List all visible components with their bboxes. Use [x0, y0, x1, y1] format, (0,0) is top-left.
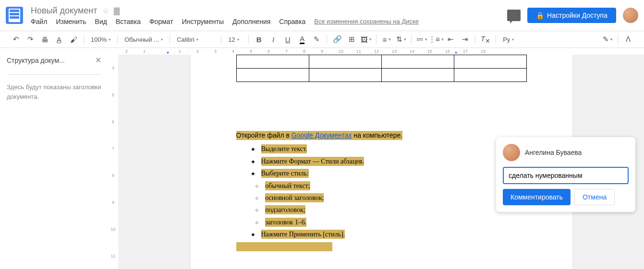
comment-popup: Ангелина Буваева Комментировать Отмена: [496, 137, 635, 212]
intro-text[interactable]: Откройте файл в Google Документах на ком…: [236, 131, 403, 140]
clear-format-button[interactable]: T✕: [479, 33, 492, 46]
outline-sidebar: Структура докум... ✕ Здесь будут показан…: [0, 48, 108, 269]
menu-edit[interactable]: Изменить: [56, 18, 86, 25]
lock-icon: 🔒: [536, 12, 544, 19]
save-status[interactable]: Все изменения сохранены на Диске: [314, 18, 419, 25]
comment-cancel-button[interactable]: Отмена: [574, 189, 615, 205]
document-title[interactable]: Новый документ: [31, 6, 97, 16]
bulleted-list-button[interactable]: ⋮≡: [430, 33, 442, 46]
undo-button[interactable]: ↶: [10, 33, 22, 46]
add-comment-button[interactable]: ⊞: [345, 33, 358, 46]
google-docs-link[interactable]: Google Документах: [292, 131, 352, 139]
paragraph-style-dropdown[interactable]: Обычный ...▾: [122, 36, 166, 43]
paint-format-button[interactable]: 🖌: [67, 33, 80, 46]
font-dropdown[interactable]: Calibri▾: [174, 36, 217, 43]
underline-button[interactable]: U: [281, 33, 294, 46]
menu-tools[interactable]: Инструменты: [182, 18, 224, 25]
menu-help[interactable]: Справка: [279, 18, 305, 25]
bold-button[interactable]: B: [253, 33, 265, 46]
star-icon[interactable]: ☆: [102, 6, 109, 15]
editing-mode-button[interactable]: ✎: [601, 33, 614, 46]
table-row: [236, 55, 526, 69]
commenter-name: Ангелина Буваева: [525, 149, 582, 156]
menu-view[interactable]: Вид: [95, 18, 107, 25]
share-label: Настройки Доступа: [547, 12, 608, 19]
bullet-list[interactable]: Нажмите Применить [стиль].: [236, 229, 527, 240]
menu-addons[interactable]: Дополнения: [232, 18, 270, 25]
print-button[interactable]: 🖶: [38, 33, 51, 46]
vertical-ruler[interactable]: 456789101112131415: [108, 55, 119, 269]
app-header: Новый документ ☆ ▇ Файл Изменить Вид Вст…: [0, 0, 644, 31]
titlebar: Новый документ ☆ ▇ Файл Изменить Вид Вст…: [31, 6, 507, 25]
account-avatar[interactable]: [623, 8, 638, 23]
close-outline-icon[interactable]: ✕: [95, 56, 101, 65]
list-item: заголовок 1–6.: [255, 217, 527, 228]
docs-logo-icon[interactable]: [6, 7, 23, 24]
menu-bar: Файл Изменить Вид Вставка Формат Инструм…: [31, 18, 507, 25]
indent-decrease-button[interactable]: ⇤: [444, 33, 457, 46]
spellcheck-button[interactable]: A: [53, 33, 65, 46]
list-item: подзаголовок;: [255, 205, 527, 215]
comment-input[interactable]: [503, 167, 629, 184]
bullet-list[interactable]: Выделите текст. Нажмите Формат — Стили а…: [236, 144, 527, 179]
comments-icon[interactable]: [507, 10, 521, 21]
image-button[interactable]: 🖼: [360, 33, 372, 46]
list-item: обычный текст;: [255, 181, 527, 191]
list-item: Выберите стиль:: [251, 168, 527, 179]
list-item: основной заголовок;: [255, 193, 527, 203]
list-item: Нажмите Формат — Стили абзацев.: [251, 156, 527, 167]
menu-format[interactable]: Формат: [149, 18, 173, 25]
zoom-dropdown[interactable]: 100%▾: [88, 36, 113, 43]
italic-button[interactable]: I: [267, 33, 279, 46]
outline-empty-text: Здесь будут показаны заголовки документа…: [7, 82, 101, 101]
align-button[interactable]: ≡: [380, 33, 393, 46]
horizontal-ruler[interactable]: 21123456789101112131415161718 ▾ ▾: [119, 48, 644, 55]
indent-increase-button[interactable]: ⇥: [459, 33, 471, 46]
outline-title: Структура докум...: [7, 57, 65, 64]
expand-button[interactable]: ᐱ: [622, 33, 634, 46]
document-table[interactable]: [236, 55, 527, 82]
input-tools-dropdown[interactable]: Ру▾: [500, 36, 524, 43]
folder-icon[interactable]: ▇: [114, 6, 120, 15]
comment-submit-button[interactable]: Комментировать: [503, 189, 571, 205]
link-button[interactable]: 🔗: [331, 33, 343, 46]
highlight-color-button[interactable]: ✎: [310, 33, 323, 46]
commenter-avatar: [503, 144, 520, 161]
list-item: Выделите текст.: [251, 144, 527, 154]
menu-insert[interactable]: Вставка: [116, 18, 141, 25]
table-row: [236, 69, 526, 82]
toolbar: ↶ ↷ 🖶 A 🖌 100%▾ Обычный ...▾ Calibri▾ 12…: [0, 31, 644, 48]
sub-bullet-list[interactable]: обычный текст; основной заголовок; подза…: [236, 181, 527, 228]
list-item: Нажмите Применить [стиль].: [251, 229, 527, 240]
text-color-button[interactable]: A: [296, 33, 308, 46]
redo-button[interactable]: ↷: [24, 33, 36, 46]
line-spacing-button[interactable]: ⇅: [395, 33, 407, 46]
numbered-list-button[interactable]: ≔: [415, 33, 428, 46]
font-size-dropdown[interactable]: 12▾: [225, 36, 244, 43]
share-button[interactable]: 🔒 Настройки Доступа: [527, 8, 616, 23]
menu-file[interactable]: Файл: [31, 18, 47, 25]
